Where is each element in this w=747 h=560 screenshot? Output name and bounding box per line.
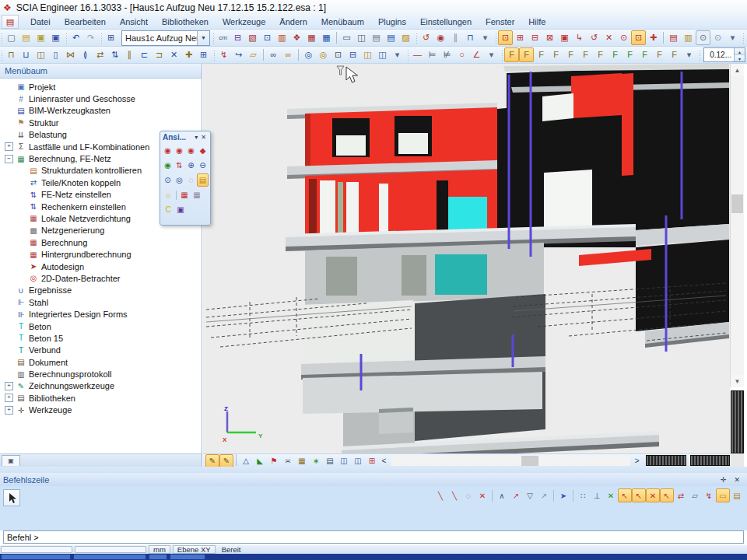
tree-item-bim-werkzeugkasten[interactable]: ▤BIM-Werkzeugkasten — [5, 105, 202, 117]
light-icon[interactable]: ☼ — [162, 188, 174, 201]
stretch-member-icon[interactable]: ↺ — [587, 30, 601, 45]
selection-tool-icon[interactable]: ⊡ — [260, 30, 275, 45]
snap-endpoint-icon[interactable]: ↖ — [618, 488, 632, 502]
undo-icon[interactable]: ↶ — [68, 30, 83, 45]
section-view-icon[interactable]: ⊟ — [345, 47, 360, 62]
tree-item-stahl[interactable]: ⊩Stahl — [5, 296, 202, 308]
view-parameters-icon[interactable]: ◫ — [351, 454, 365, 467]
view-palette-header[interactable]: Ansi... ▾ ✕ — [160, 131, 210, 143]
tree-item-linienraster-und-geschosse[interactable]: #Linienraster und Geschosse — [5, 93, 202, 104]
menu-bibliotheken[interactable]: Bibliotheken — [155, 16, 216, 28]
polygon-edit-icon[interactable]: ▱ — [246, 47, 261, 62]
dim-vertical-icon[interactable]: ⊭ — [440, 47, 454, 62]
dimension-line-icon[interactable]: — — [410, 47, 425, 62]
tree-item-zeichnungswerkzeuge[interactable]: +✎Zeichnungswerkzeuge — [5, 380, 202, 392]
combo-dropdown-icon[interactable]: ▼ — [197, 31, 209, 45]
zoom-out-icon[interactable]: ⊖ — [197, 159, 209, 172]
ucs-icon[interactable]: ↪ — [231, 47, 246, 62]
shell-icon[interactable]: ⇄ — [93, 47, 107, 62]
insert-block-icon[interactable]: ↺ — [419, 30, 433, 45]
snap-surface-icon[interactable]: ↖ — [660, 488, 674, 502]
rotate-member-icon[interactable]: ↳ — [572, 30, 587, 45]
func-snow-icon[interactable]: F — [637, 47, 652, 62]
disconnect-icon[interactable]: ✕ — [167, 47, 181, 62]
view-y-icon[interactable]: ◉ — [174, 144, 185, 157]
menu-einstellungen[interactable]: Einstellungen — [413, 16, 479, 28]
plate-icon[interactable]: ⋈ — [63, 47, 78, 62]
tree-item-hintergrundberechnung[interactable]: ▦Hintergrundberechnung — [5, 248, 202, 260]
notes-icon[interactable]: ▨ — [398, 30, 413, 45]
camera-locked-icon[interactable]: ▦ — [191, 188, 203, 201]
tree-item-netzgenerierung[interactable]: ▩Netzgenerierung — [5, 225, 202, 236]
rolled-panel-1[interactable] — [646, 455, 686, 466]
toolbar-overflow-icon[interactable]: ▾ — [725, 30, 740, 45]
snap-midpoint-icon[interactable]: ↖ — [632, 488, 646, 502]
tree-item-integriertes-design-forms[interactable]: ⊪Integriertes Design Forms — [5, 308, 202, 320]
snap-settings-icon[interactable]: ▤ — [730, 488, 744, 502]
dim-angle-icon[interactable]: ∠ — [469, 47, 484, 62]
cross-link-icon[interactable]: ✚ — [181, 47, 196, 62]
func-free-icon[interactable]: F — [652, 47, 667, 62]
activity-icon[interactable]: ⊞ — [365, 454, 379, 467]
labels-icon[interactable]: ≍ — [281, 454, 295, 467]
rolled-panel-2[interactable] — [690, 455, 730, 466]
search-named-icon[interactable]: ◎ — [316, 47, 331, 62]
snap-point-icon[interactable]: ✕ — [646, 488, 660, 502]
layer-filter-icon[interactable]: ◫ — [375, 47, 390, 62]
trim-member-icon[interactable]: ✕ — [601, 30, 616, 45]
zoom-previous-icon[interactable]: ◌ — [185, 173, 197, 187]
project-combobox[interactable]: Haus1c Aufzug Neu ▼ — [121, 30, 210, 46]
tree-item-berechnungsprotokoll[interactable]: ▥Berechnungsprotokoll — [5, 368, 202, 380]
clipboard-icon[interactable]: ▥ — [275, 30, 289, 45]
snap-grid-icon[interactable]: ∷ — [576, 488, 590, 502]
column-icon[interactable]: ⊓ — [4, 47, 19, 62]
menu-datei[interactable]: Datei — [23, 16, 58, 28]
menu-men-baum[interactable]: Menübaum — [314, 16, 371, 28]
func-predef-icon[interactable]: F — [608, 47, 622, 62]
menu-hilfe[interactable]: Hilfe — [521, 16, 552, 28]
collapse-icon[interactable]: − — [5, 155, 13, 163]
tree-item-berechnung[interactable]: ▦Berechnung — [5, 236, 202, 248]
member-query-icon[interactable]: ⊓ — [463, 30, 478, 45]
snap-intersection-icon[interactable]: ✕ — [604, 488, 618, 502]
zoom-window-icon[interactable]: ⊙ — [162, 173, 174, 187]
mesh-icon[interactable]: ❖ — [289, 30, 304, 45]
window-icon[interactable]: ⊞ — [103, 30, 118, 45]
save-project-icon[interactable]: ▣ — [33, 30, 48, 45]
close-icon[interactable]: ✕ — [730, 476, 744, 484]
wall-icon[interactable]: ≬ — [78, 47, 93, 62]
tree-item-projekt[interactable]: ▣Projekt — [5, 81, 202, 93]
move-node-icon[interactable]: ⊟ — [528, 30, 542, 45]
horizontal-scroll-thumb[interactable] — [521, 456, 538, 466]
dim-circle-icon[interactable]: ○ — [454, 47, 469, 62]
snap-perpendicular-icon[interactable]: ▽ — [523, 488, 537, 502]
func-temp-icon[interactable]: F — [593, 47, 608, 62]
table-results-icon[interactable]: ▤ — [666, 30, 681, 45]
snap-tangent-icon[interactable]: ↗ — [509, 488, 523, 502]
view-axo-icon[interactable]: ◆ — [197, 144, 209, 157]
extend-member-icon[interactable]: ⊙ — [616, 30, 631, 45]
tree-item-2d-daten-betrachter[interactable]: ◎2D-Daten-Betrachter — [5, 272, 202, 284]
new-document-icon[interactable]: ▢ — [4, 30, 19, 45]
expand-icon[interactable]: + — [5, 394, 13, 402]
mirror-node-icon[interactable]: ⊠ — [542, 30, 557, 45]
horizontal-scrollbar[interactable] — [391, 456, 630, 466]
volumes-icon[interactable]: △ — [239, 454, 253, 467]
menu-ansicht[interactable]: Ansicht — [113, 16, 155, 28]
opening-icon[interactable]: ⇅ — [107, 47, 122, 62]
connect-members-icon[interactable]: ⊐ — [152, 47, 167, 62]
view-x-icon[interactable]: ◉ — [162, 144, 174, 157]
visibility-filter-icon[interactable]: ◫ — [360, 47, 375, 62]
view-surfaces-icon[interactable]: ∞ — [281, 47, 296, 62]
command-input[interactable]: Befehl > — [3, 530, 744, 544]
func-wind-icon[interactable]: F — [622, 47, 637, 62]
menu-plugins[interactable]: Plugins — [371, 16, 413, 28]
toolbar-overflow-icon[interactable]: ▾ — [682, 47, 696, 62]
snap-cancel-icon[interactable]: ✕ — [475, 488, 489, 502]
calculation-icon[interactable]: ▦ — [304, 30, 319, 45]
loads-display-icon[interactable]: ⚑ — [267, 454, 281, 467]
tree-item-beton[interactable]: TBeton — [5, 320, 202, 332]
snap-free-icon[interactable]: ╲ — [433, 488, 447, 502]
render-settings-icon[interactable]: ▦ — [295, 454, 309, 467]
camera-icon[interactable]: ▦ — [178, 188, 191, 201]
